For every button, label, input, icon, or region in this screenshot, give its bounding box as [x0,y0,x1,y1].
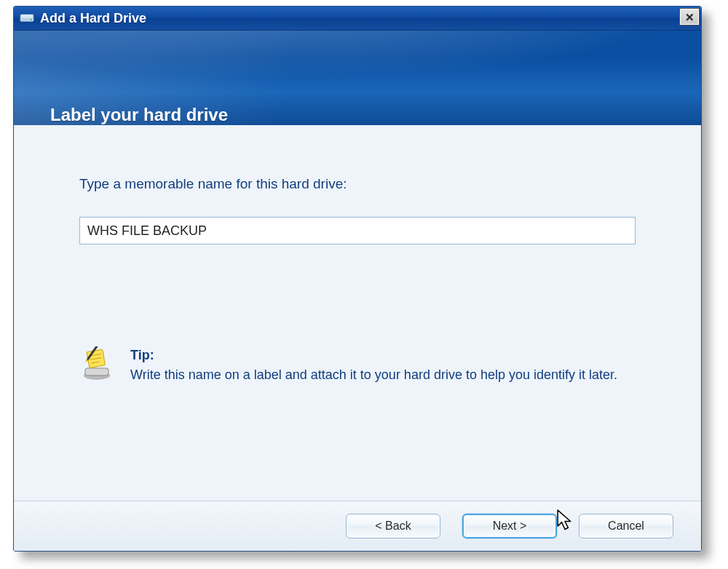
drive-name-input[interactable] [79,217,636,244]
page-title: Label your hard drive [50,105,228,125]
cancel-button[interactable]: Cancel [579,514,673,538]
svg-point-2 [31,19,32,20]
tip-text: Tip: Write this name on a label and atta… [130,346,617,384]
tip-heading: Tip: [130,346,617,365]
hard-drive-icon [20,12,34,24]
tip-note-icon [79,346,114,381]
close-button[interactable]: ✕ [679,8,700,25]
prompt-label: Type a memorable name for this hard driv… [79,176,636,192]
back-button[interactable]: < Back [346,514,440,538]
window-title: Add a Hard Drive [40,11,146,26]
tip-body: Write this name on a label and attach it… [130,367,617,382]
wizard-footer: < Back Next > Cancel [14,501,701,551]
wizard-window: Add a Hard Drive ✕ Label your hard drive… [13,6,702,552]
tip-box: Tip: Write this name on a label and atta… [79,346,636,384]
svg-rect-4 [85,368,108,375]
title-bar: Add a Hard Drive ✕ [14,7,701,31]
wizard-content: Type a memorable name for this hard driv… [14,125,701,501]
close-icon: ✕ [685,12,695,23]
next-button[interactable]: Next > [462,514,557,538]
